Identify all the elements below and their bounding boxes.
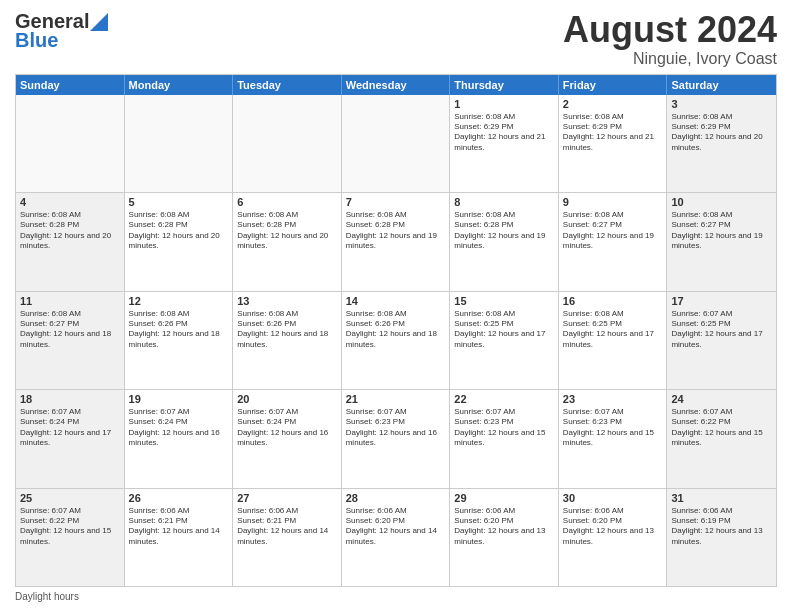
day-number: 27 [237,492,337,504]
calendar-cell: 17Sunrise: 6:07 AM Sunset: 6:25 PM Dayli… [667,292,776,389]
day-number: 8 [454,196,554,208]
calendar-cell: 11Sunrise: 6:08 AM Sunset: 6:27 PM Dayli… [16,292,125,389]
footer-text: Daylight hours [15,591,79,602]
day-number: 3 [671,98,772,110]
cell-text: Sunrise: 6:08 AM Sunset: 6:27 PM Dayligh… [20,309,120,351]
calendar-cell: 24Sunrise: 6:07 AM Sunset: 6:22 PM Dayli… [667,390,776,487]
cell-text: Sunrise: 6:08 AM Sunset: 6:26 PM Dayligh… [129,309,229,351]
day-number: 15 [454,295,554,307]
day-number: 30 [563,492,663,504]
day-number: 22 [454,393,554,405]
cell-text: Sunrise: 6:07 AM Sunset: 6:23 PM Dayligh… [346,407,446,449]
calendar-cell: 25Sunrise: 6:07 AM Sunset: 6:22 PM Dayli… [16,489,125,586]
cell-text: Sunrise: 6:06 AM Sunset: 6:21 PM Dayligh… [129,506,229,548]
cell-text: Sunrise: 6:06 AM Sunset: 6:20 PM Dayligh… [563,506,663,548]
calendar-header-cell: Saturday [667,75,776,95]
calendar-cell: 29Sunrise: 6:06 AM Sunset: 6:20 PM Dayli… [450,489,559,586]
cell-text: Sunrise: 6:08 AM Sunset: 6:28 PM Dayligh… [346,210,446,252]
calendar-cell: 21Sunrise: 6:07 AM Sunset: 6:23 PM Dayli… [342,390,451,487]
calendar-header-cell: Friday [559,75,668,95]
calendar-header-cell: Sunday [16,75,125,95]
calendar-cell: 19Sunrise: 6:07 AM Sunset: 6:24 PM Dayli… [125,390,234,487]
cell-text: Sunrise: 6:07 AM Sunset: 6:24 PM Dayligh… [129,407,229,449]
cell-text: Sunrise: 6:08 AM Sunset: 6:27 PM Dayligh… [671,210,772,252]
cell-text: Sunrise: 6:08 AM Sunset: 6:26 PM Dayligh… [237,309,337,351]
calendar-cell: 12Sunrise: 6:08 AM Sunset: 6:26 PM Dayli… [125,292,234,389]
calendar-cell: 6Sunrise: 6:08 AM Sunset: 6:28 PM Daylig… [233,193,342,290]
cell-text: Sunrise: 6:08 AM Sunset: 6:28 PM Dayligh… [237,210,337,252]
calendar-cell: 3Sunrise: 6:08 AM Sunset: 6:29 PM Daylig… [667,95,776,192]
cell-text: Sunrise: 6:07 AM Sunset: 6:24 PM Dayligh… [20,407,120,449]
calendar-cell: 23Sunrise: 6:07 AM Sunset: 6:23 PM Dayli… [559,390,668,487]
calendar-body: 1Sunrise: 6:08 AM Sunset: 6:29 PM Daylig… [16,95,776,586]
cell-text: Sunrise: 6:08 AM Sunset: 6:29 PM Dayligh… [454,112,554,154]
calendar-cell: 9Sunrise: 6:08 AM Sunset: 6:27 PM Daylig… [559,193,668,290]
calendar-cell: 28Sunrise: 6:06 AM Sunset: 6:20 PM Dayli… [342,489,451,586]
calendar-row: 25Sunrise: 6:07 AM Sunset: 6:22 PM Dayli… [16,489,776,586]
cell-text: Sunrise: 6:06 AM Sunset: 6:21 PM Dayligh… [237,506,337,548]
calendar-cell: 4Sunrise: 6:08 AM Sunset: 6:28 PM Daylig… [16,193,125,290]
day-number: 26 [129,492,229,504]
calendar-cell: 1Sunrise: 6:08 AM Sunset: 6:29 PM Daylig… [450,95,559,192]
day-number: 11 [20,295,120,307]
calendar-cell [125,95,234,192]
calendar-cell: 20Sunrise: 6:07 AM Sunset: 6:24 PM Dayli… [233,390,342,487]
main-title: August 2024 [563,10,777,50]
calendar-row: 18Sunrise: 6:07 AM Sunset: 6:24 PM Dayli… [16,390,776,488]
calendar-header: SundayMondayTuesdayWednesdayThursdayFrid… [16,75,776,95]
cell-text: Sunrise: 6:08 AM Sunset: 6:28 PM Dayligh… [129,210,229,252]
svg-marker-0 [90,13,108,31]
calendar-cell: 18Sunrise: 6:07 AM Sunset: 6:24 PM Dayli… [16,390,125,487]
cell-text: Sunrise: 6:08 AM Sunset: 6:25 PM Dayligh… [454,309,554,351]
header: General Blue August 2024 Ninguie, Ivory … [15,10,777,68]
calendar-header-cell: Tuesday [233,75,342,95]
calendar-header-cell: Thursday [450,75,559,95]
page: General Blue August 2024 Ninguie, Ivory … [0,0,792,612]
day-number: 4 [20,196,120,208]
day-number: 16 [563,295,663,307]
cell-text: Sunrise: 6:08 AM Sunset: 6:29 PM Dayligh… [671,112,772,154]
calendar-header-cell: Monday [125,75,234,95]
day-number: 10 [671,196,772,208]
calendar-cell: 2Sunrise: 6:08 AM Sunset: 6:29 PM Daylig… [559,95,668,192]
calendar-row: 11Sunrise: 6:08 AM Sunset: 6:27 PM Dayli… [16,292,776,390]
day-number: 25 [20,492,120,504]
footer: Daylight hours [15,591,777,602]
day-number: 31 [671,492,772,504]
day-number: 23 [563,393,663,405]
calendar-cell: 16Sunrise: 6:08 AM Sunset: 6:25 PM Dayli… [559,292,668,389]
cell-text: Sunrise: 6:07 AM Sunset: 6:23 PM Dayligh… [563,407,663,449]
logo: General Blue [15,10,109,52]
calendar-cell [233,95,342,192]
cell-text: Sunrise: 6:06 AM Sunset: 6:20 PM Dayligh… [454,506,554,548]
day-number: 19 [129,393,229,405]
calendar-cell: 31Sunrise: 6:06 AM Sunset: 6:19 PM Dayli… [667,489,776,586]
day-number: 17 [671,295,772,307]
day-number: 21 [346,393,446,405]
calendar-cell: 22Sunrise: 6:07 AM Sunset: 6:23 PM Dayli… [450,390,559,487]
cell-text: Sunrise: 6:08 AM Sunset: 6:28 PM Dayligh… [454,210,554,252]
day-number: 28 [346,492,446,504]
calendar-cell: 26Sunrise: 6:06 AM Sunset: 6:21 PM Dayli… [125,489,234,586]
day-number: 5 [129,196,229,208]
cell-text: Sunrise: 6:07 AM Sunset: 6:23 PM Dayligh… [454,407,554,449]
calendar-cell: 8Sunrise: 6:08 AM Sunset: 6:28 PM Daylig… [450,193,559,290]
subtitle: Ninguie, Ivory Coast [563,50,777,68]
day-number: 18 [20,393,120,405]
cell-text: Sunrise: 6:08 AM Sunset: 6:28 PM Dayligh… [20,210,120,252]
cell-text: Sunrise: 6:08 AM Sunset: 6:26 PM Dayligh… [346,309,446,351]
day-number: 1 [454,98,554,110]
calendar-cell: 15Sunrise: 6:08 AM Sunset: 6:25 PM Dayli… [450,292,559,389]
calendar-cell: 10Sunrise: 6:08 AM Sunset: 6:27 PM Dayli… [667,193,776,290]
cell-text: Sunrise: 6:07 AM Sunset: 6:22 PM Dayligh… [20,506,120,548]
calendar-row: 1Sunrise: 6:08 AM Sunset: 6:29 PM Daylig… [16,95,776,193]
calendar: SundayMondayTuesdayWednesdayThursdayFrid… [15,74,777,587]
calendar-cell: 5Sunrise: 6:08 AM Sunset: 6:28 PM Daylig… [125,193,234,290]
day-number: 13 [237,295,337,307]
day-number: 20 [237,393,337,405]
cell-text: Sunrise: 6:06 AM Sunset: 6:20 PM Dayligh… [346,506,446,548]
day-number: 24 [671,393,772,405]
day-number: 14 [346,295,446,307]
cell-text: Sunrise: 6:08 AM Sunset: 6:25 PM Dayligh… [563,309,663,351]
cell-text: Sunrise: 6:08 AM Sunset: 6:29 PM Dayligh… [563,112,663,154]
